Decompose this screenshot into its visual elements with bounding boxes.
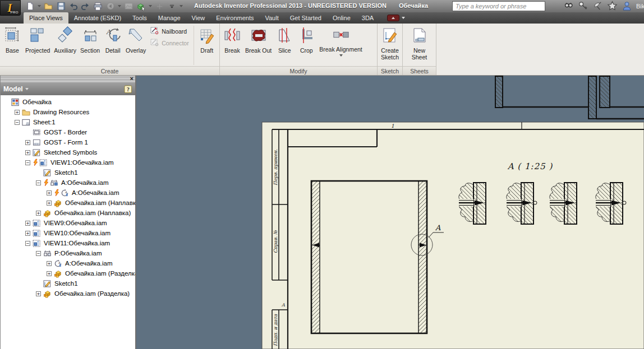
- expand-icon[interactable]: +: [25, 221, 30, 226]
- nailboard-icon: [150, 26, 159, 36]
- print-button[interactable]: [93, 1, 103, 11]
- favorites-icon[interactable]: [607, 1, 618, 11]
- expand-icon[interactable]: +: [47, 201, 52, 206]
- draft-button[interactable]: Draft: [196, 25, 218, 56]
- browser-close-icon[interactable]: ×: [130, 75, 134, 82]
- browser-tool-selector[interactable]: Model: [3, 85, 29, 93]
- expand-icon[interactable]: +: [25, 140, 30, 145]
- expand-icon[interactable]: +: [25, 150, 30, 155]
- tab-get-started[interactable]: Get Started: [284, 12, 327, 24]
- detail-button[interactable]: ADetail: [102, 25, 123, 56]
- collapse-icon[interactable]: −: [25, 241, 30, 246]
- tab-manage[interactable]: Manage: [153, 12, 186, 24]
- break-alignment-button[interactable]: Break Alignment: [318, 25, 364, 58]
- tree-item-label[interactable]: Sketched Symbols: [44, 149, 97, 156]
- tree-item-label[interactable]: Обечайка.iam (Разделка): [54, 290, 130, 297]
- customize-toolbar-button[interactable]: [167, 1, 177, 11]
- redo-button[interactable]: [80, 1, 91, 11]
- crop-button[interactable]: Crop: [296, 25, 317, 56]
- tree-item-label[interactable]: Обечайка.iam (Наплавка): [54, 210, 131, 216]
- expand-icon[interactable]: +: [15, 110, 20, 115]
- auxiliary-button[interactable]: Auxiliary: [52, 25, 78, 56]
- search-input[interactable]: [453, 2, 545, 11]
- help-icon[interactable]: ?: [124, 85, 132, 94]
- section-button[interactable]: Section: [79, 25, 102, 56]
- customize-toolbar-dropdown-caret[interactable]: [179, 1, 183, 11]
- tree-item-label[interactable]: A:Обечайка.iam: [65, 260, 113, 267]
- connector-button[interactable]: Connector: [150, 38, 188, 48]
- tree-item-label[interactable]: GOST - Form 1: [44, 139, 88, 146]
- drawing-canvas[interactable]: 1 Перв. примен. Справ. № Подп. и дата A: [136, 76, 644, 349]
- add-command-button[interactable]: [154, 1, 165, 11]
- search-icon[interactable]: [563, 1, 574, 11]
- tree-item-label[interactable]: VIEW10:Обечайка.iam: [44, 230, 111, 236]
- previous-view-dropdown-caret[interactable]: [117, 1, 122, 11]
- tree-item-label[interactable]: Sketch1: [54, 169, 78, 176]
- tree-item-sketched-symbols: +Sketched Symbols: [1, 147, 135, 157]
- render-illustration-button[interactable]: [123, 1, 134, 11]
- update-dropdown-caret[interactable]: [148, 1, 153, 11]
- panel-label-create[interactable]: Create: [0, 66, 219, 75]
- app-window: I PRO Autodesk Inventor Professional 201…: [0, 0, 644, 349]
- communication-center-icon[interactable]: [592, 1, 603, 11]
- tree-item-label[interactable]: Sheet:1: [33, 119, 56, 125]
- previous-view-button[interactable]: [105, 1, 116, 11]
- a360-dropdown-button[interactable]: [387, 12, 405, 24]
- break-button[interactable]: Break: [222, 25, 243, 56]
- collapse-icon[interactable]: −: [15, 120, 20, 125]
- collapse-icon[interactable]: −: [36, 251, 41, 256]
- base-button[interactable]: Base: [2, 25, 23, 56]
- create-sketch-button[interactable]: Create Sketch: [379, 25, 401, 62]
- projected-button[interactable]: Projected: [24, 25, 52, 56]
- panel-label-sketch[interactable]: Sketch: [378, 66, 402, 75]
- tab-tools[interactable]: Tools: [127, 12, 153, 24]
- tree-item-label[interactable]: VIEW11:Обечайка.iam: [44, 240, 110, 246]
- collapse-icon[interactable]: −: [25, 160, 30, 165]
- user-profile-icon[interactable]: [622, 1, 632, 11]
- tree-item-label[interactable]: VIEW1:Обечайка.iam: [50, 159, 114, 166]
- panel-label-modify[interactable]: Modify: [220, 66, 377, 75]
- undo-button[interactable]: [68, 1, 79, 11]
- tree-item-label[interactable]: VIEW9:Обечайка.iam: [44, 220, 107, 226]
- open-file-button[interactable]: [43, 1, 54, 11]
- panel-label-sheets[interactable]: Sheets: [403, 66, 436, 75]
- expand-icon[interactable]: +: [36, 211, 41, 216]
- update-button[interactable]: [136, 1, 146, 11]
- tab-place-views[interactable]: Place Views: [24, 12, 68, 24]
- collapse-icon[interactable]: −: [36, 180, 41, 185]
- expand-icon[interactable]: +: [47, 271, 52, 276]
- slice-button[interactable]: Slice: [274, 25, 295, 56]
- tab-environments[interactable]: Environments: [210, 12, 259, 24]
- tree-item-label[interactable]: GOST - Border: [44, 129, 87, 136]
- tab-online[interactable]: Online: [327, 12, 356, 24]
- ribbon-panel-create: BaseProjectedAuxiliarySectionADetailOver…: [0, 24, 220, 75]
- expand-icon[interactable]: +: [36, 291, 41, 296]
- browser-grip-bar[interactable]: ×: [1, 76, 135, 83]
- nailboard-button[interactable]: Nailboard: [150, 26, 188, 36]
- new-file-dropdown-caret[interactable]: [37, 1, 42, 11]
- break-out-button[interactable]: Break Out: [243, 25, 273, 56]
- tree-item-label[interactable]: Drawing Resources: [33, 109, 89, 115]
- crop-icon: [297, 26, 315, 46]
- application-menu-button[interactable]: I PRO: [0, 0, 21, 16]
- new-sheet-button[interactable]: New Sheet: [404, 25, 434, 62]
- tree-item-label[interactable]: Sketch1: [54, 280, 78, 287]
- view-icon: [39, 158, 48, 167]
- tab-annotate-eskd[interactable]: Annotate (ESKD): [68, 12, 127, 24]
- tree-item-label[interactable]: Обечайка.iam (Наплавка): [65, 199, 135, 206]
- overlay-button[interactable]: Overlay: [124, 25, 148, 56]
- tree-item-label[interactable]: Обечайка.iam (Разделка): [65, 270, 135, 277]
- sign-in-icon[interactable]: [578, 1, 588, 11]
- expand-icon[interactable]: +: [47, 261, 52, 266]
- save-button[interactable]: [56, 1, 66, 11]
- tab-3da[interactable]: 3DA: [356, 12, 379, 24]
- tree-item-label[interactable]: A:Обечайка.iam: [72, 189, 119, 196]
- tree-item-label[interactable]: Обечайка: [22, 99, 52, 105]
- expand-icon[interactable]: +: [25, 231, 30, 236]
- tree-item-label[interactable]: A:Обечайка.iam: [61, 179, 109, 186]
- tree-item-label[interactable]: P:Обечайка.iam: [54, 250, 102, 257]
- expand-icon[interactable]: +: [47, 190, 52, 196]
- tab-vault[interactable]: Vault: [259, 12, 284, 24]
- new-file-button[interactable]: [25, 1, 35, 11]
- tab-view[interactable]: View: [186, 12, 211, 24]
